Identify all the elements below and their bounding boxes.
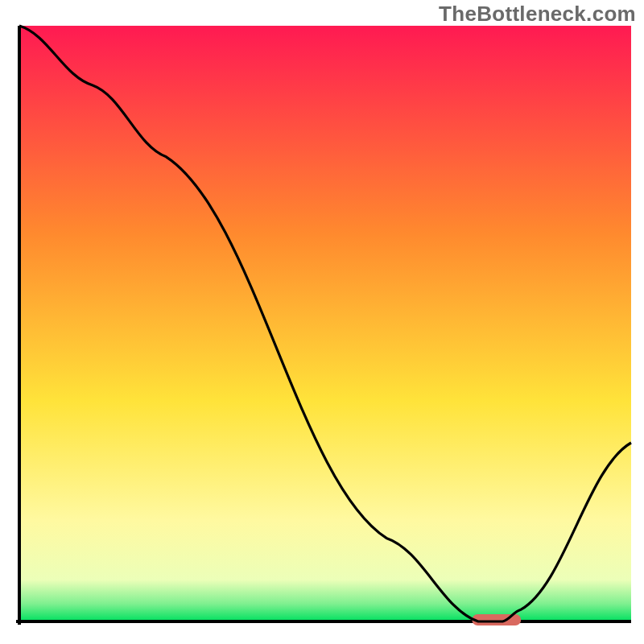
bottleneck-chart: [0, 0, 644, 644]
chart-container: TheBottleneck.com: [0, 0, 644, 644]
optimal-range-marker: [472, 614, 521, 625]
watermark-text: TheBottleneck.com: [439, 2, 636, 27]
plot-background: [19, 26, 631, 621]
